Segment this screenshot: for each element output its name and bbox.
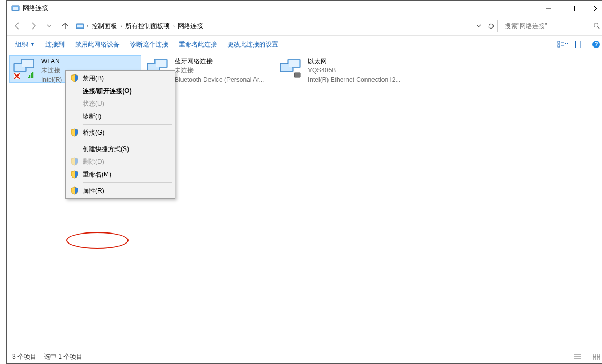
svg-line-18 (598, 27, 600, 29)
annotation-ellipse (66, 232, 129, 249)
cmd-connect-to[interactable]: 连接到 (41, 38, 69, 51)
menu-separator (83, 182, 172, 183)
titlebar: 网络连接 (7, 1, 602, 16)
up-button[interactable] (58, 18, 72, 33)
back-button[interactable] (10, 18, 25, 33)
status-selection: 选中 1 个项目 (44, 352, 83, 361)
svg-point-17 (594, 23, 598, 27)
context-menu: 禁用(B) 连接/断开连接(O) 状态(U) 诊断(I) 桥接(G) 创建快捷方… (65, 70, 175, 199)
search-box[interactable] (501, 20, 602, 32)
network-icon (12, 57, 37, 80)
menu-separator (83, 124, 172, 125)
adapter-status: YQS405B (308, 66, 405, 75)
adapter-name: 蓝牙网络连接 (175, 57, 272, 66)
search-icon[interactable] (589, 22, 602, 30)
ctx-connect-disconnect[interactable]: 连接/断开连接(O) (67, 85, 174, 97)
ctx-status: 状态(U) (67, 97, 174, 110)
navigation-row: › 控制面板 › 所有控制面板项 › 网络连接 (7, 16, 602, 35)
shield-icon (70, 157, 79, 166)
adapter-device: Bluetooth Device (Personal Ar... (175, 76, 272, 85)
command-bar: 组织▼ 连接到 禁用此网络设备 诊断这个连接 重命名此连接 更改此连接的设置 ? (7, 35, 602, 53)
svg-rect-10 (13, 7, 18, 10)
window-title: 网络连接 (23, 4, 48, 13)
forward-button[interactable] (26, 18, 41, 33)
svg-rect-33 (593, 358, 596, 360)
chevron-right-icon: › (119, 23, 123, 29)
chevron-right-icon: › (172, 23, 176, 29)
svg-rect-23 (576, 41, 583, 48)
svg-rect-16 (77, 25, 83, 27)
window: 网络连接 › 控制面板 › 所有控制面板项 › 网络连接 (6, 0, 602, 364)
ctx-disable[interactable]: 禁用(B) (67, 72, 174, 85)
shield-icon (70, 186, 79, 195)
minimize-button[interactable] (536, 1, 560, 16)
cmd-organize[interactable]: 组织▼ (11, 38, 39, 51)
adapter-status: 未连接 (175, 66, 272, 75)
close-button[interactable] (584, 1, 602, 16)
network-icon (278, 57, 304, 80)
status-item-count: 3 个项目 (12, 352, 37, 361)
ctx-create-shortcut[interactable]: 创建快捷方式(S) (67, 143, 174, 155)
cmd-change-settings[interactable]: 更改此连接的设置 (223, 38, 282, 51)
breadcrumb-all-items[interactable]: 所有控制面板项 (123, 20, 172, 32)
svg-rect-12 (570, 6, 574, 11)
adapter-name: 以太网 (308, 57, 405, 66)
cmd-diagnose[interactable]: 诊断这个连接 (126, 38, 172, 51)
ctx-rename[interactable]: 重命名(M) (67, 168, 174, 181)
details-view-button[interactable] (572, 352, 583, 362)
maximize-button[interactable] (560, 1, 584, 16)
svg-rect-19 (558, 41, 560, 43)
ctx-diagnose[interactable]: 诊断(I) (67, 110, 174, 123)
svg-rect-31 (593, 354, 596, 357)
help-button[interactable]: ? (589, 37, 602, 52)
content-area: WLAN 未连接 Intel(R) 蓝牙网络连接 未连接 Bluetooth D… (7, 53, 602, 350)
ctx-delete: 删除(D) (67, 155, 174, 168)
svg-rect-27 (294, 73, 300, 77)
ctx-properties[interactable]: 属性(R) (67, 184, 174, 197)
menu-separator (83, 141, 172, 141)
adapter-device: Intel(R) Ethernet Connection I2... (308, 76, 405, 85)
svg-rect-34 (597, 358, 600, 360)
shield-icon (70, 170, 79, 179)
chevron-right-icon: › (86, 23, 89, 29)
shield-icon (70, 73, 79, 83)
breadcrumb-network-connections[interactable]: 网络连接 (176, 20, 205, 32)
preview-pane-button[interactable] (572, 37, 587, 52)
app-icon (11, 4, 20, 13)
address-icon (74, 22, 86, 30)
search-input[interactable] (501, 22, 589, 30)
recent-locations-button[interactable] (42, 18, 57, 33)
adapter-name: WLAN (41, 57, 139, 66)
address-dropdown-button[interactable] (472, 20, 485, 32)
view-options-button[interactable] (555, 37, 570, 52)
large-icons-view-button[interactable] (591, 352, 602, 362)
breadcrumb-control-panel[interactable]: 控制面板 (89, 20, 119, 32)
status-bar: 3 个项目 选中 1 个项目 (7, 350, 602, 363)
refresh-button[interactable] (485, 20, 497, 32)
adapter-item-ethernet[interactable]: 以太网 YQS405B Intel(R) Ethernet Connection… (276, 55, 408, 83)
address-bar[interactable]: › 控制面板 › 所有控制面板项 › 网络连接 (74, 20, 498, 32)
svg-rect-32 (597, 354, 600, 357)
svg-rect-20 (558, 45, 560, 47)
ctx-bridge[interactable]: 桥接(G) (67, 126, 174, 139)
cmd-rename[interactable]: 重命名此连接 (175, 38, 221, 51)
svg-text:?: ? (594, 41, 598, 48)
cmd-disable-device[interactable]: 禁用此网络设备 (71, 38, 124, 51)
shield-icon (70, 128, 79, 137)
